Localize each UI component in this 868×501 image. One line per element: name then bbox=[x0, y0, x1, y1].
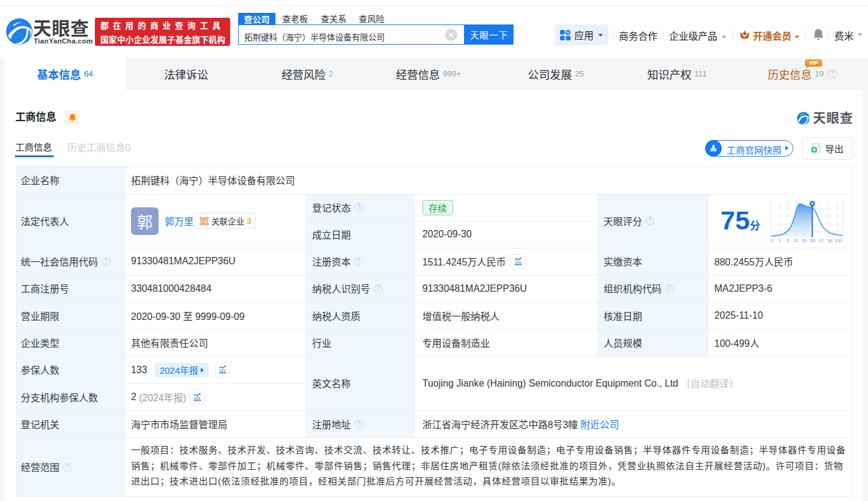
svg-text:1: 1 bbox=[779, 239, 781, 243]
svg-text:97: 97 bbox=[819, 239, 824, 243]
svg-text:99: 99 bbox=[828, 239, 832, 243]
svg-text:15: 15 bbox=[793, 239, 798, 243]
svg-text:100: 100 bbox=[834, 239, 842, 243]
svg-text:50: 50 bbox=[802, 239, 807, 243]
svg-text:85: 85 bbox=[810, 239, 815, 243]
svg-text:0: 0 bbox=[771, 239, 773, 243]
svg-text:3: 3 bbox=[787, 239, 789, 243]
svg-text:企: 企 bbox=[202, 218, 207, 224]
